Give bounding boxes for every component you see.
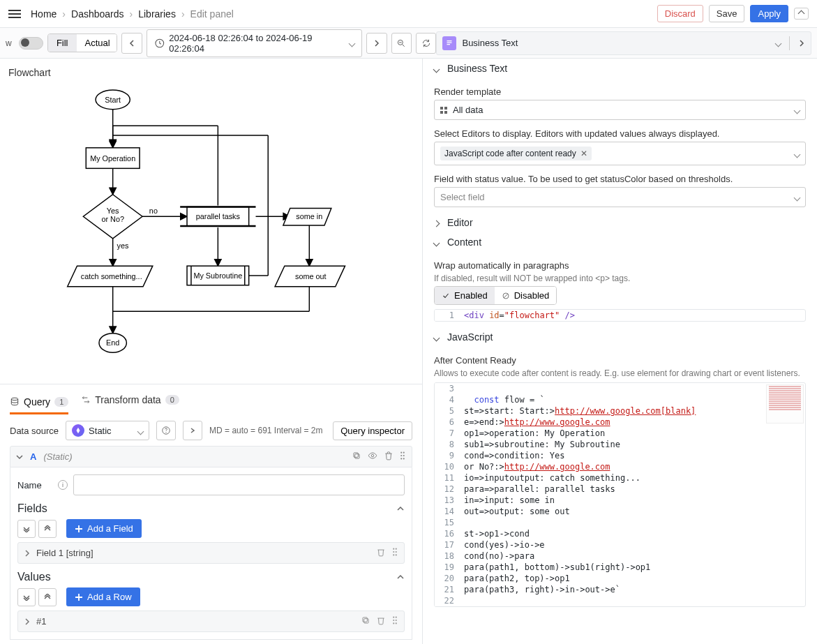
drag-handle-icon[interactable] bbox=[399, 451, 406, 463]
collapse-all-values-button[interactable] bbox=[17, 588, 36, 606]
collapse-values-icon[interactable] bbox=[396, 573, 405, 581]
collapse-fields-icon[interactable] bbox=[396, 504, 405, 513]
wrap-disabled-button[interactable]: Disabled bbox=[495, 287, 557, 304]
chevron-right-icon bbox=[24, 618, 31, 625]
zoom-out-button[interactable] bbox=[391, 33, 412, 54]
refresh-button[interactable] bbox=[416, 33, 436, 54]
content-code-editor[interactable]: 1 <div id="flowchart" /> bbox=[434, 309, 806, 322]
field-row[interactable]: Field 1 [string] bbox=[17, 542, 405, 564]
value-row[interactable]: #1 bbox=[17, 611, 405, 632]
render-template-select[interactable]: All data bbox=[434, 100, 806, 120]
time-range-picker[interactable]: 2024-06-18 02:26:04 to 2024-06-19 02:26:… bbox=[147, 29, 363, 57]
chevron-down-icon bbox=[795, 105, 800, 115]
svg-point-65 bbox=[393, 617, 394, 618]
breadcrumb-home[interactable]: Home bbox=[31, 8, 57, 20]
business-text-plugin-icon bbox=[442, 36, 456, 50]
tableview-label: w bbox=[6, 38, 15, 48]
data-source-label: Data source bbox=[10, 426, 59, 436]
query-ref-id: A bbox=[30, 451, 36, 462]
chevron-down-icon bbox=[138, 426, 143, 436]
drag-handle-icon[interactable] bbox=[391, 615, 398, 627]
code-minimap[interactable] bbox=[766, 384, 804, 424]
visualization-picker[interactable]: Business Text bbox=[436, 31, 811, 55]
chevron-right-icon bbox=[24, 550, 31, 557]
section-javascript[interactable]: JavaScript bbox=[423, 327, 817, 347]
breadcrumb-dashboards[interactable]: Dashboards bbox=[71, 8, 124, 20]
section-content[interactable]: Content bbox=[423, 232, 817, 252]
time-forward-button[interactable] bbox=[366, 33, 387, 54]
expand-all-values-button[interactable] bbox=[38, 588, 57, 606]
svg-text:My Operation: My Operation bbox=[90, 154, 135, 163]
status-field-label: Field with status value. To be used to g… bbox=[434, 174, 806, 184]
drag-handle-icon[interactable] bbox=[391, 547, 398, 559]
tab-transform[interactable]: Transform data 0 bbox=[81, 390, 179, 410]
apply-button[interactable]: Apply bbox=[750, 5, 788, 22]
collapse-toggle-button[interactable] bbox=[794, 8, 809, 20]
editor-chip: JavaScript code after content ready ✕ bbox=[440, 147, 592, 160]
svg-rect-48 bbox=[355, 454, 359, 458]
panel-title: Flowchart bbox=[8, 67, 414, 78]
query-name-label: Name bbox=[17, 480, 52, 491]
wrap-enabled-button[interactable]: Enabled bbox=[435, 287, 495, 304]
svg-text:parallel tasks: parallel tasks bbox=[196, 212, 241, 220]
svg-text:or No?: or No? bbox=[101, 215, 124, 223]
query-inspector-button[interactable]: Query inspector bbox=[333, 421, 412, 440]
svg-text:some out: some out bbox=[295, 272, 327, 280]
svg-point-59 bbox=[393, 551, 394, 553]
svg-text:some in: some in bbox=[296, 212, 322, 220]
table-view-toggle[interactable] bbox=[19, 37, 43, 50]
remove-chip-icon[interactable]: ✕ bbox=[580, 149, 587, 158]
svg-rect-64 bbox=[363, 617, 367, 622]
tab-query[interactable]: Query 1 bbox=[10, 392, 68, 414]
query-options-toggle[interactable] bbox=[183, 421, 202, 440]
svg-point-52 bbox=[403, 452, 405, 454]
datasource-help-button[interactable] bbox=[156, 421, 176, 440]
delete-field-icon[interactable] bbox=[376, 547, 386, 559]
save-button[interactable]: Save bbox=[709, 5, 745, 22]
breadcrumb-libraries[interactable]: Libraries bbox=[138, 8, 176, 20]
svg-point-70 bbox=[396, 622, 397, 624]
svg-line-2 bbox=[403, 44, 405, 46]
collapse-all-fields-button[interactable] bbox=[17, 520, 36, 538]
add-field-button[interactable]: Add a Field bbox=[66, 519, 142, 538]
check-icon bbox=[442, 292, 450, 300]
info-icon[interactable]: i bbox=[58, 480, 68, 490]
svg-point-68 bbox=[396, 620, 397, 621]
svg-point-67 bbox=[393, 620, 394, 621]
hamburger-menu-icon[interactable] bbox=[8, 7, 22, 21]
query-name-input[interactable] bbox=[73, 474, 405, 495]
chevron-right-icon[interactable] bbox=[798, 40, 805, 47]
duplicate-query-icon[interactable] bbox=[352, 451, 361, 463]
section-business-text[interactable]: Business Text bbox=[423, 59, 817, 78]
svg-point-69 bbox=[393, 622, 394, 624]
svg-point-60 bbox=[396, 551, 397, 553]
svg-point-54 bbox=[403, 455, 405, 456]
discard-button[interactable]: Discard bbox=[657, 5, 703, 22]
duplicate-row-icon[interactable] bbox=[361, 615, 370, 627]
toggle-query-visibility-icon[interactable] bbox=[367, 451, 378, 463]
chevron-down-icon bbox=[434, 237, 443, 248]
delete-query-icon[interactable] bbox=[384, 451, 393, 463]
database-icon bbox=[10, 397, 20, 407]
svg-line-72 bbox=[504, 294, 508, 298]
time-back-button[interactable] bbox=[121, 33, 142, 54]
expand-all-fields-button[interactable] bbox=[38, 520, 57, 538]
javascript-code-editor[interactable]: 3 4 const flow = ` 5st=>start: Start:>ht… bbox=[434, 382, 806, 607]
svg-point-61 bbox=[393, 554, 394, 555]
delete-row-icon[interactable] bbox=[376, 615, 386, 627]
display-mode-fill[interactable]: Fill bbox=[48, 34, 77, 52]
svg-point-56 bbox=[403, 458, 405, 459]
query-datasource-name: (Static) bbox=[43, 451, 72, 462]
section-editor[interactable]: Editor bbox=[423, 213, 817, 232]
svg-text:yes: yes bbox=[117, 241, 129, 250]
wrap-paragraphs-toggle: Enabled Disabled bbox=[434, 286, 557, 305]
display-mode-actual[interactable]: Actual bbox=[77, 34, 118, 52]
chevron-down-icon bbox=[350, 38, 354, 48]
add-row-button[interactable]: Add a Row bbox=[66, 587, 140, 606]
data-source-select[interactable]: Static bbox=[66, 421, 149, 440]
wrap-paragraphs-label: Wrap automatically in paragraphs bbox=[434, 260, 806, 271]
svg-point-57 bbox=[393, 548, 394, 550]
status-field-select[interactable]: Select field bbox=[434, 187, 806, 207]
editors-display-select[interactable]: JavaScript code after content ready ✕ bbox=[434, 142, 806, 165]
query-row-header[interactable]: A (Static) bbox=[10, 446, 412, 467]
